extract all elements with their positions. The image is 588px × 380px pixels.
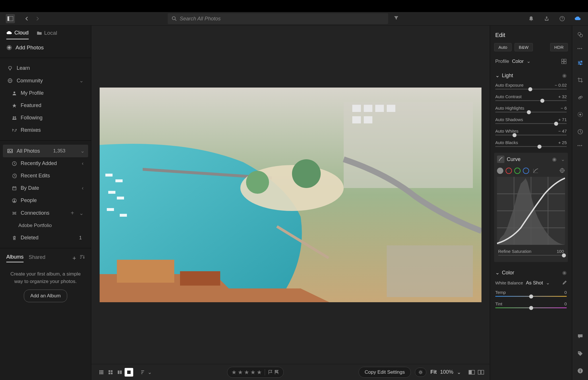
add-album-button[interactable]: Add an Album xyxy=(24,290,67,302)
profile-browser-button[interactable] xyxy=(561,59,567,64)
chevron-down-icon[interactable]: ⌄ xyxy=(561,156,565,162)
keywords-button[interactable] xyxy=(575,348,585,359)
svg-rect-61 xyxy=(562,62,564,64)
eye-icon[interactable]: ◉ xyxy=(552,156,557,162)
sort-button[interactable]: ⌄ xyxy=(141,369,152,375)
more-icon[interactable]: ••• xyxy=(577,47,583,51)
slider-label: Auto Exposure xyxy=(495,83,523,88)
zoom-control[interactable]: Fit 100% ⌄ xyxy=(430,369,461,375)
help-button[interactable]: ? xyxy=(558,14,567,23)
sidebar-item-recentlyadded[interactable]: Recently Added ‹ xyxy=(0,157,91,170)
add-photos-button[interactable]: Add Photos xyxy=(0,39,91,56)
masking-button[interactable] xyxy=(575,109,585,120)
hdr-button[interactable]: HDR xyxy=(550,43,568,51)
before-after-button[interactable] xyxy=(469,370,475,375)
curve-channel-luma[interactable] xyxy=(497,168,503,174)
sidebar-item-myprofile[interactable]: My Profile xyxy=(0,87,91,99)
add-album-plus-button[interactable]: + xyxy=(72,255,76,262)
tab-shared[interactable]: Shared xyxy=(29,254,45,262)
slider-track[interactable] xyxy=(495,123,567,124)
search-box[interactable] xyxy=(168,13,388,24)
sidebar-item-remixes[interactable]: Remixes xyxy=(0,124,91,136)
tab-albums[interactable]: Albums xyxy=(6,254,24,262)
more-icon[interactable]: ••• xyxy=(577,144,583,148)
slider-track[interactable] xyxy=(495,146,567,147)
chevron-down-icon[interactable]: ⌄ xyxy=(80,148,85,154)
svg-point-73 xyxy=(581,61,582,62)
tab-local-label: Local xyxy=(44,30,57,36)
split-view-button[interactable] xyxy=(478,370,484,375)
curve-target-button[interactable] xyxy=(559,168,565,174)
curve-channel-green[interactable] xyxy=(514,168,521,174)
sidebar-item-bydate[interactable]: By Date ‹ xyxy=(0,182,91,194)
presets-button[interactable] xyxy=(575,30,585,40)
versions-button[interactable] xyxy=(575,127,585,137)
rating-bar: ★ ★ ★ ★ ★ xyxy=(227,367,284,378)
flag-reject-button[interactable] xyxy=(274,370,279,375)
tab-cloud[interactable]: Cloud xyxy=(6,30,29,39)
sidebar-item-community[interactable]: Community ⌄ xyxy=(0,74,91,87)
sidebar-item-people[interactable]: People xyxy=(0,194,91,207)
view-compare-button[interactable] xyxy=(115,368,124,377)
white-balance-selector[interactable]: White Balance As Shot ⌄ xyxy=(494,279,568,289)
slider-track[interactable] xyxy=(495,89,567,90)
profile-selector[interactable]: Profile Color ⌄ xyxy=(494,56,568,69)
slider-track[interactable] xyxy=(495,112,567,113)
sidebar-item-allphotos[interactable]: All Photos 1,353 ⌄ xyxy=(3,145,88,157)
star-1[interactable]: ★ xyxy=(231,369,237,376)
eyedropper-button[interactable] xyxy=(562,280,567,286)
sidebar-item-learn[interactable]: Learn xyxy=(0,62,91,74)
panel-toggle-button[interactable] xyxy=(6,14,15,23)
settings-gear-button[interactable] xyxy=(415,368,426,377)
tab-local[interactable]: Local xyxy=(37,30,57,39)
refine-saturation-slider[interactable] xyxy=(498,255,564,256)
info-button[interactable]: i xyxy=(575,366,585,376)
chevron-down-icon[interactable]: ⌄ xyxy=(79,210,84,216)
curve-tool-icon[interactable] xyxy=(497,156,504,163)
section-color[interactable]: ⌄ Color ◉ xyxy=(494,267,568,279)
sidebar-item-featured[interactable]: Featured xyxy=(0,99,91,112)
cloud-sync-button[interactable] xyxy=(573,14,582,23)
star-2[interactable]: ★ xyxy=(238,369,243,376)
star-4[interactable]: ★ xyxy=(250,369,256,376)
search-input[interactable] xyxy=(180,16,384,22)
flag-pick-button[interactable] xyxy=(268,370,273,375)
sidebar-item-recentedits[interactable]: Recent Edits xyxy=(0,170,91,182)
plus-icon[interactable]: + xyxy=(71,210,74,216)
section-light[interactable]: ⌄ Light ◉ xyxy=(494,69,568,82)
comments-button[interactable] xyxy=(575,331,585,342)
healing-button[interactable] xyxy=(575,92,585,102)
crop-button[interactable] xyxy=(575,75,585,85)
curve-editor[interactable] xyxy=(497,177,565,245)
sidebar-item-deleted[interactable]: Deleted 1 xyxy=(0,232,91,244)
forward-button[interactable] xyxy=(33,14,42,23)
curve-channel-blue[interactable] xyxy=(523,168,529,174)
star-5[interactable]: ★ xyxy=(257,369,262,376)
curve-channel-red[interactable] xyxy=(506,168,512,174)
share-button[interactable] xyxy=(542,14,551,23)
copy-edit-settings-button[interactable]: Copy Edit Settings xyxy=(359,367,411,378)
view-single-button[interactable] xyxy=(125,368,133,377)
slider-track[interactable] xyxy=(495,135,567,135)
filter-button[interactable] xyxy=(392,13,401,22)
auto-button[interactable]: Auto xyxy=(494,43,512,51)
view-smallgrid-button[interactable] xyxy=(97,368,106,377)
sidebar-item-adobeportfolio[interactable]: Adobe Portfolio xyxy=(0,220,91,232)
eye-icon[interactable]: ◉ xyxy=(562,72,567,79)
star-3[interactable]: ★ xyxy=(244,369,249,376)
sidebar-item-following[interactable]: Following xyxy=(0,112,91,124)
sort-albums-button[interactable] xyxy=(80,255,85,262)
curve-parametric-icon[interactable] xyxy=(533,168,539,174)
view-grid-button[interactable] xyxy=(106,368,115,377)
photo-viewport[interactable] xyxy=(91,26,490,364)
tint-slider[interactable] xyxy=(495,307,567,308)
bw-button[interactable]: B&W xyxy=(514,43,533,51)
notifications-button[interactable] xyxy=(527,14,536,23)
temp-slider[interactable] xyxy=(495,296,567,297)
back-button[interactable] xyxy=(22,14,32,23)
sidebar-item-connections[interactable]: Connections + ⌄ xyxy=(0,207,91,220)
edit-sliders-button[interactable] xyxy=(575,58,585,68)
eye-icon[interactable]: ◉ xyxy=(562,270,567,276)
chevron-down-icon: ⌄ xyxy=(148,369,152,375)
slider-track[interactable] xyxy=(495,100,567,101)
